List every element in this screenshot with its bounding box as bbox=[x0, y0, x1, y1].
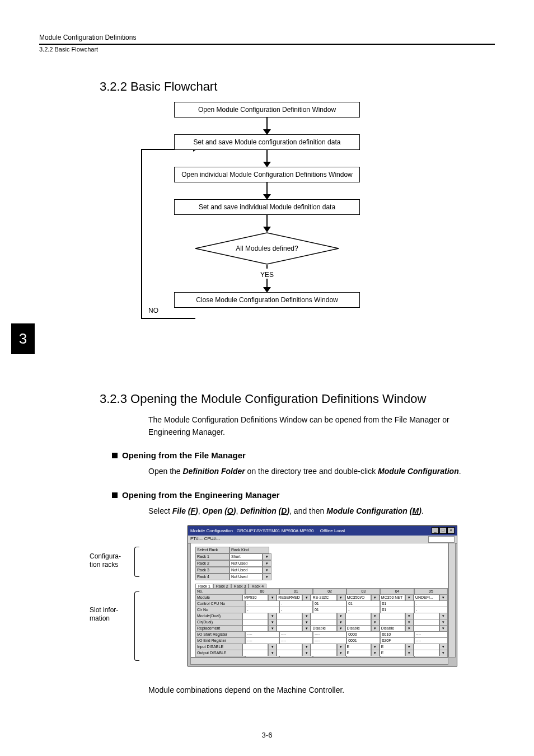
window-title: Module Configuration GROUP1\SYSTEM01 MP9… bbox=[190, 528, 345, 533]
grid-cell bbox=[414, 619, 439, 626]
grid-cell: E bbox=[380, 650, 405, 656]
dropdown-icon[interactable]: ▾ bbox=[405, 613, 414, 619]
dropdown-icon[interactable]: ▾ bbox=[302, 650, 311, 656]
screenshot-figure: Configura- tion racks Slot infor- mation… bbox=[39, 525, 495, 675]
dropdown-icon[interactable]: ▾ bbox=[439, 626, 448, 632]
grid-row-label: I/O Start Register bbox=[195, 632, 245, 638]
text: Select bbox=[148, 506, 172, 515]
dropdown-icon[interactable]: ▾ bbox=[337, 595, 345, 601]
rack-kind-value: Not Used bbox=[229, 560, 263, 567]
dropdown-icon[interactable]: ▾ bbox=[263, 567, 271, 574]
text: , bbox=[198, 506, 203, 515]
grid-cell bbox=[277, 613, 302, 619]
grid-cell bbox=[242, 619, 268, 626]
grid-cell: E bbox=[380, 644, 405, 650]
dropdown-icon[interactable]: ▾ bbox=[263, 553, 271, 560]
dropdown-icon[interactable]: ▾ bbox=[302, 619, 311, 626]
emph: Module Configuration bbox=[378, 467, 459, 476]
tab-rack2[interactable]: Rack 2 bbox=[213, 584, 231, 588]
dropdown-icon[interactable]: ▾ bbox=[439, 613, 448, 619]
grid-cell: - bbox=[414, 601, 448, 607]
rack-name: Rack 2 bbox=[195, 560, 229, 567]
grid-header-col: 03 bbox=[346, 588, 380, 595]
section-heading-open: 3.2.3 Opening the Module Configuration D… bbox=[100, 392, 495, 406]
grid-header-col: 01 bbox=[279, 588, 313, 595]
dropdown-icon[interactable]: ▾ bbox=[405, 644, 414, 650]
close-button[interactable]: × bbox=[447, 527, 455, 534]
tab-rack4[interactable]: Rack 4 bbox=[249, 584, 266, 588]
grid-cell: 01 bbox=[346, 601, 380, 607]
text: Offline Local bbox=[320, 528, 345, 533]
dropdown-icon[interactable]: ▾ bbox=[371, 619, 380, 626]
tab-rack3[interactable]: Rack 3 bbox=[231, 584, 249, 588]
dropdown-icon[interactable]: ▾ bbox=[337, 644, 345, 650]
dropdown-icon[interactable]: ▾ bbox=[302, 644, 311, 650]
maximize-button[interactable]: □ bbox=[439, 527, 447, 534]
scrollbar-vertical[interactable] bbox=[448, 543, 456, 658]
tab-rack1[interactable]: Rack 1 bbox=[195, 584, 213, 588]
grid-cell: RS-232C bbox=[311, 595, 336, 601]
rack-header-kind: Rack Kind bbox=[229, 547, 269, 553]
emph: Open (O) bbox=[203, 506, 236, 515]
dropdown-icon[interactable]: ▾ bbox=[268, 650, 277, 656]
scrollbar-horizontal[interactable] bbox=[190, 658, 448, 665]
dropdown-icon[interactable]: ▾ bbox=[337, 613, 345, 619]
grid-cell: ---- bbox=[279, 638, 313, 644]
dropdown-icon[interactable]: ▾ bbox=[405, 619, 414, 626]
dropdown-icon[interactable]: ▾ bbox=[439, 644, 448, 650]
dropdown-icon[interactable]: ▾ bbox=[439, 595, 448, 601]
emph: Module Configuration (M) bbox=[326, 506, 421, 515]
grid-cell: 0010 bbox=[380, 632, 414, 638]
dropdown-icon[interactable]: ▾ bbox=[439, 619, 448, 626]
figure-caption: Module combinations depend on the Machin… bbox=[148, 685, 495, 694]
grid-cell bbox=[277, 644, 302, 650]
minimize-button[interactable]: _ bbox=[432, 527, 439, 534]
flow-decision-label: All Modules defined? bbox=[236, 245, 298, 252]
dropdown-icon[interactable]: ▾ bbox=[371, 644, 380, 650]
dropdown-icon[interactable]: ▾ bbox=[439, 650, 448, 656]
dropdown-icon[interactable]: ▾ bbox=[405, 650, 414, 656]
flow-connector bbox=[266, 265, 268, 269]
grid-header-col: 00 bbox=[245, 588, 279, 595]
dropdown-icon[interactable]: ▾ bbox=[371, 650, 380, 656]
grid-cell bbox=[277, 619, 302, 626]
dropdown-icon[interactable]: ▾ bbox=[268, 613, 277, 619]
flow-box-open-individual: Open individual Module Configuration Def… bbox=[174, 167, 360, 182]
grid-row: I/O Start Register------------00000010--… bbox=[195, 632, 448, 638]
dropdown-icon[interactable]: ▾ bbox=[263, 560, 271, 567]
dropdown-icon[interactable]: ▾ bbox=[337, 650, 345, 656]
flow-box-save-individual: Set and save individual Module definitio… bbox=[174, 199, 360, 215]
dropdown-icon[interactable]: ▾ bbox=[302, 613, 311, 619]
flow-arrow bbox=[266, 215, 268, 232]
dropdown-icon[interactable]: ▾ bbox=[302, 626, 311, 632]
dropdown-icon[interactable]: ▾ bbox=[371, 613, 380, 619]
grid-row-label: Replacement bbox=[195, 626, 242, 632]
window-titlebar: Module Configuration GROUP1\SYSTEM01 MP9… bbox=[188, 526, 457, 536]
grid-cell: Disable bbox=[345, 626, 371, 632]
label-slot-info: Slot infor- mation bbox=[90, 606, 118, 623]
emph: File (F) bbox=[172, 506, 198, 515]
dropdown-icon[interactable]: ▾ bbox=[263, 574, 271, 580]
dropdown-icon[interactable]: ▾ bbox=[371, 626, 380, 632]
grid-row: Cir No--01-01- bbox=[195, 607, 448, 613]
dropdown-icon[interactable]: ▾ bbox=[371, 595, 380, 601]
dropdown-icon[interactable]: ▾ bbox=[337, 619, 345, 626]
grid-cell bbox=[311, 644, 336, 650]
grid-cell: 01 bbox=[380, 601, 414, 607]
dropdown-icon[interactable]: ▾ bbox=[302, 595, 311, 601]
grid-cell: - bbox=[279, 607, 313, 613]
subheading-filemgr-label: Opening from the File Manager bbox=[122, 450, 246, 460]
grid-cell bbox=[311, 613, 336, 619]
grid-cell: MP930 bbox=[242, 595, 268, 601]
dropdown-icon[interactable]: ▾ bbox=[268, 644, 277, 650]
grid-cell: E bbox=[345, 644, 371, 650]
flowchart: NO Open Module Configuration Definition … bbox=[110, 102, 424, 365]
dropdown-icon[interactable]: ▾ bbox=[405, 626, 414, 632]
dropdown-icon[interactable]: ▾ bbox=[268, 619, 277, 626]
dropdown-icon[interactable]: ▾ bbox=[268, 626, 277, 632]
dropdown-icon[interactable]: ▾ bbox=[405, 595, 414, 601]
dropdown-icon[interactable]: ▾ bbox=[337, 626, 345, 632]
grid-row-label: Module(Dual) bbox=[195, 613, 242, 619]
dropdown-icon[interactable]: ▾ bbox=[268, 595, 277, 601]
text: Open the bbox=[148, 467, 183, 476]
